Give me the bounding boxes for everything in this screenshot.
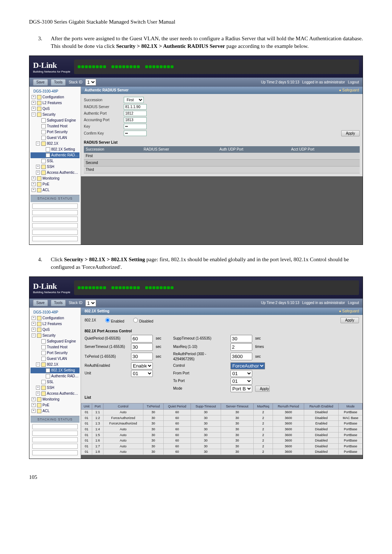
tree-aac[interactable]: +Access Authentication Con: [30, 170, 79, 176]
tree-poe[interactable]: +PoE: [30, 181, 79, 187]
table-row: Second: [84, 160, 360, 167]
supp-timeout-input[interactable]: [230, 335, 252, 342]
page-header: DGS-3100 Series Gigabit Stackable Manage…: [29, 18, 363, 26]
logout-link[interactable]: Logout: [348, 300, 359, 305]
safeguard-badge: ● Safeguard: [339, 88, 359, 93]
table-row: 011:5Auto3060303023600DisabledPortBase: [81, 432, 363, 438]
table-row: Third: [84, 167, 360, 173]
acct-port-input[interactable]: [124, 117, 147, 123]
tree-ssh[interactable]: +SSH: [30, 164, 79, 170]
list-title: List: [81, 392, 363, 401]
radius-list-table: SuccessionRADIUS ServerAuth UDP PortAcct…: [84, 146, 360, 173]
tree-configuration[interactable]: +Configuration: [30, 94, 79, 100]
table-row: 011:7Auto3060303023600DisabledPortBase: [81, 443, 363, 449]
tree-qos[interactable]: +QoS: [30, 106, 79, 112]
table-row: 011:2ForceAuthorized3060303023600Disable…: [81, 415, 363, 421]
tree-monitoring[interactable]: +Monitoring: [30, 176, 79, 181]
login-status: Logged in as administrator: [302, 80, 345, 85]
tree-8021x-setting[interactable]: 802.1X Setting: [30, 147, 79, 152]
tree-root[interactable]: DGS-3100-48P: [30, 89, 79, 94]
stack-id-select[interactable]: 1: [85, 79, 96, 86]
txperiod-input[interactable]: [131, 353, 153, 360]
main-panel: Authentic RADIUS Server ● Safeguard Succ…: [81, 87, 363, 245]
stacking-status: STACKING STATUS: [30, 195, 79, 202]
tree-ssl[interactable]: SSL: [30, 158, 79, 164]
nav-tree-2: DGS-3100-48P +Configuration +L2 Features…: [29, 308, 81, 459]
radius-list-title: RADIUS Server List: [84, 140, 360, 145]
toolbar: Save Tools Stack ID 1 Up Time:2 days 5:1…: [29, 78, 363, 87]
tree-radius[interactable]: Authentic RADIUS Serv: [30, 152, 79, 158]
tree-safeguard[interactable]: Safeguard Engine: [30, 118, 79, 123]
pac-title: 802.1X Port Access Control: [81, 326, 363, 335]
save-button[interactable]: Save: [33, 79, 48, 86]
mode-select[interactable]: Port Base: [230, 385, 252, 392]
table-row: 011:3ForceUnauthorized3060303023600Enabl…: [81, 421, 363, 427]
tree-l2-features[interactable]: +L2 Features: [30, 100, 79, 106]
control-select[interactable]: ForceAuthorized: [230, 362, 265, 369]
disabled-radio[interactable]: [133, 318, 138, 323]
stack-id-select[interactable]: 1: [85, 300, 96, 307]
tree-guest-vlan[interactable]: Guest VLAN: [30, 135, 79, 141]
server-timeout-input[interactable]: [131, 343, 153, 351]
port-list-table: UnitPortControlTxPeriodQuiet PeriodSupp-…: [81, 403, 363, 455]
radius-server-input[interactable]: [124, 104, 147, 110]
key-input[interactable]: [124, 124, 147, 129]
tree-trusted-host[interactable]: Trusted Host: [30, 123, 79, 129]
panel-title-8021x: 802.1X Setting: [85, 309, 109, 314]
table-row: 011:8Auto3060303023600DisabledPortBase: [81, 449, 363, 455]
apply-8021x-button[interactable]: Apply: [340, 317, 359, 323]
to-port-select[interactable]: 01: [230, 378, 252, 385]
tree-acl[interactable]: +ACL: [30, 187, 79, 193]
page-number: 105: [29, 473, 363, 481]
from-port-select[interactable]: 01: [230, 370, 252, 377]
tools-button[interactable]: Tools: [51, 79, 66, 86]
tree-8021x[interactable]: −802.1X: [30, 141, 79, 147]
succession-select[interactable]: First: [124, 97, 144, 103]
confirm-key-input[interactable]: [124, 131, 147, 136]
step-4: 4. Click Security > 802.1X > 802.1X Sett…: [29, 256, 363, 271]
reauth-period-input[interactable]: [230, 353, 252, 360]
tools-button[interactable]: Tools: [51, 300, 66, 306]
auth-port-input[interactable]: [124, 111, 147, 116]
maxreq-input[interactable]: [230, 343, 252, 351]
8021x-screenshot: D-Link Building Networks for People Save…: [29, 276, 363, 459]
apply-pac-button[interactable]: Apply: [255, 386, 270, 392]
save-button[interactable]: Save: [33, 300, 48, 306]
table-row: 011:6Auto3060303023600DisabledPortBase: [81, 438, 363, 444]
apply-button[interactable]: Apply: [341, 130, 360, 136]
uptime: Up Time:2 days 5:10:13: [261, 80, 299, 85]
reauth-enabled-select[interactable]: Enabled: [131, 362, 153, 369]
table-row: First: [84, 153, 360, 160]
stack-id-label: Stack ID: [69, 80, 82, 85]
enabled-radio[interactable]: [105, 318, 110, 323]
panel-title: Authentic RADIUS Server: [85, 88, 128, 93]
table-row: 011:1Auto3060303023600DisabledPortBase: [81, 410, 363, 415]
unit-select[interactable]: 01: [131, 370, 153, 377]
tree-security[interactable]: −Security: [30, 112, 79, 118]
radius-screenshot: D-Link Building Networks for People Save…: [29, 56, 363, 245]
tree-port-security[interactable]: Port Security: [30, 129, 79, 135]
logout-link[interactable]: Logout: [348, 80, 359, 85]
nav-tree: DGS-3100-48P +Configuration +L2 Features…: [29, 87, 81, 245]
step-3: 3. After the ports were assigned to the …: [29, 35, 363, 50]
tree-8021x-setting-sel[interactable]: 802.1X Setting: [30, 368, 79, 373]
quiet-period-input[interactable]: [131, 335, 153, 342]
table-row: 011:4Auto3060303023600DisabledPortBase: [81, 426, 363, 432]
dlink-banner: D-Link Building Networks for People: [29, 56, 363, 78]
port-panel: [74, 59, 359, 74]
stack-unit: [32, 204, 78, 209]
